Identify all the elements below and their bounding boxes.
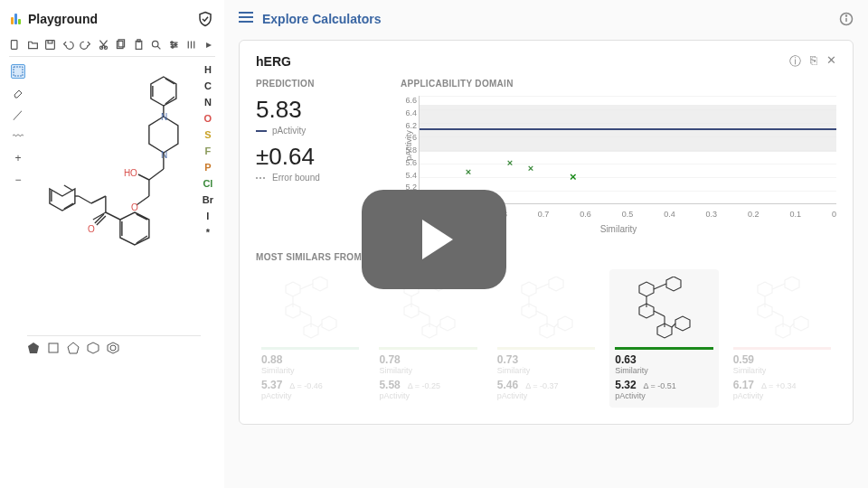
close-icon[interactable]: ✕ — [826, 53, 836, 70]
pred-delta: Δ = +0.34 — [761, 381, 797, 390]
svg-marker-88 — [639, 282, 654, 296]
pentagon-ring-icon[interactable] — [67, 342, 80, 354]
xtick: 0.7 — [538, 210, 550, 219]
ring-template-row — [27, 335, 201, 354]
herg-card: hERG ⓘ ⎘ ✕ PREDICTION 5.83 pActivity ±0.… — [239, 40, 854, 425]
element-f[interactable]: F — [203, 145, 213, 156]
save-icon[interactable] — [44, 38, 57, 51]
svg-line-77 — [437, 324, 440, 327]
benzene-ring-icon[interactable] — [107, 342, 119, 354]
element-any[interactable]: * — [203, 227, 213, 238]
svg-rect-0 — [12, 40, 18, 49]
similarity-label: Similarity — [733, 366, 831, 375]
card-actions: ⓘ ⎘ ✕ — [789, 53, 836, 70]
grid-icon[interactable] — [185, 38, 198, 51]
settings-icon[interactable] — [168, 38, 181, 51]
element-i[interactable]: I — [203, 211, 213, 221]
filled-ring-icon[interactable] — [27, 342, 40, 354]
similarity-value: 0.88 — [261, 353, 359, 366]
undo-icon[interactable] — [62, 38, 75, 51]
svg-marker-58 — [286, 282, 300, 296]
element-n[interactable]: N — [203, 97, 213, 108]
xtick: 0.2 — [748, 210, 760, 219]
molecule-thumb — [733, 273, 831, 343]
export-icon[interactable]: ⎘ — [810, 53, 817, 70]
paste-icon[interactable] — [133, 38, 146, 51]
svg-marker-76 — [440, 316, 455, 331]
svg-marker-86 — [558, 316, 572, 331]
charge-plus-icon[interactable]: + — [11, 151, 25, 165]
pred-delta: Δ = -0.25 — [408, 381, 440, 390]
pred-delta: Δ = -0.37 — [525, 381, 558, 390]
info-icon[interactable] — [839, 12, 854, 26]
element-h[interactable]: H — [203, 64, 213, 75]
similarity-label: Similarity — [615, 366, 712, 375]
left-tool-column: ／ 〰 + − — [9, 61, 27, 481]
similars-label: MOST SIMILARS FROM TRAINING SET — [256, 252, 836, 262]
playground-logo-icon — [11, 14, 21, 24]
play-video-button[interactable] — [362, 190, 506, 289]
bond-tool-icon[interactable]: ／ — [11, 108, 25, 122]
similar-card[interactable]: 0.59Similarity6.17Δ = +0.34pActivity — [728, 269, 836, 408]
new-file-icon[interactable] — [9, 38, 22, 51]
square-ring-icon[interactable] — [47, 342, 60, 354]
playground-title: Playground — [11, 12, 98, 26]
redo-icon[interactable] — [80, 38, 92, 51]
similar-card[interactable]: 0.88Similarity5.37Δ = -0.46pActivity — [256, 269, 364, 408]
element-c[interactable]: C — [203, 80, 213, 91]
svg-point-9 — [153, 41, 159, 47]
shield-icon[interactable] — [197, 11, 213, 27]
svg-line-33 — [106, 212, 120, 220]
molecule-thumb — [615, 273, 712, 343]
eraser-tool-icon[interactable] — [11, 86, 25, 100]
similar-card[interactable]: 0.73Similarity5.46Δ = -0.37pActivity — [492, 269, 600, 408]
more-icon[interactable]: ▸ — [203, 38, 216, 51]
xtick: 0.3 — [706, 210, 718, 219]
similar-card[interactable]: 0.78Similarity5.58Δ = -0.25pActivity — [373, 269, 482, 408]
svg-line-90 — [654, 284, 666, 289]
svg-marker-89 — [666, 277, 681, 291]
open-folder-icon[interactable] — [27, 38, 40, 51]
svg-line-87 — [554, 324, 558, 327]
editor-toolbar: ▸ — [9, 36, 215, 57]
element-cl[interactable]: Cl — [203, 178, 213, 189]
pred-value: 5.37 — [261, 379, 282, 391]
element-br[interactable]: Br — [203, 194, 213, 205]
card-title: hERG — [256, 54, 291, 69]
similars-section: MOST SIMILARS FROM TRAINING SET 0.88Simi… — [256, 252, 836, 408]
copy-icon[interactable] — [115, 38, 127, 51]
selection-tool-icon[interactable] — [11, 64, 25, 79]
ytick: 6 — [402, 133, 417, 142]
svg-line-93 — [654, 311, 665, 316]
chain-tool-icon[interactable]: 〰 — [11, 129, 25, 144]
similar-card[interactable]: 0.63Similarity5.32Δ = -0.51pActivity — [609, 269, 718, 408]
svg-line-23 — [149, 169, 164, 180]
hexagon-ring-icon[interactable] — [87, 342, 99, 354]
cut-icon[interactable] — [98, 38, 110, 51]
svg-marker-78 — [522, 282, 536, 296]
zoom-icon[interactable] — [150, 38, 163, 51]
error-legend-label: Error bound — [272, 173, 320, 183]
svg-marker-48 — [68, 343, 79, 353]
element-p[interactable]: P — [203, 162, 213, 173]
svg-marker-49 — [88, 343, 99, 353]
calculator-header-title: Explore Calculators — [262, 12, 382, 26]
charge-minus-icon[interactable]: − — [11, 173, 25, 187]
element-o[interactable]: O — [203, 113, 213, 124]
pred-label: pActivity — [733, 391, 831, 400]
element-s[interactable]: S — [203, 129, 213, 140]
hamburger-icon[interactable] — [239, 11, 253, 27]
svg-marker-50 — [108, 343, 118, 353]
help-icon[interactable]: ⓘ — [789, 53, 801, 70]
play-icon — [422, 220, 453, 259]
svg-point-12 — [171, 45, 173, 47]
chart-point: × — [528, 163, 537, 172]
pactivity-legend-label: pActivity — [272, 126, 306, 136]
molecule-canvas[interactable]: N N HO O — [27, 61, 201, 332]
svg-marker-99 — [785, 277, 799, 291]
pred-value: 5.32 — [615, 379, 636, 391]
prediction-value: 5.83 — [256, 96, 364, 124]
svg-line-39 — [91, 196, 106, 203]
svg-text:O: O — [131, 202, 138, 212]
playground-title-text: Playground — [28, 12, 98, 26]
